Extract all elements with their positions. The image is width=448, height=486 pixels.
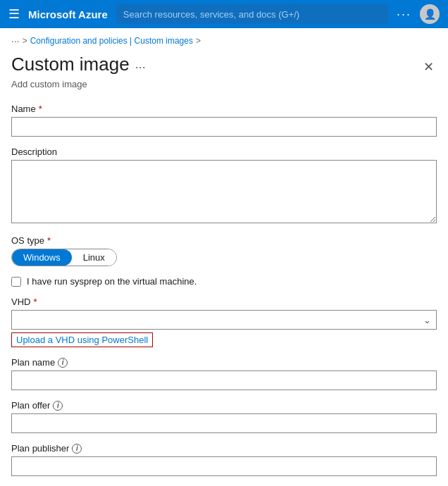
- os-type-field: OS type * Windows Linux: [11, 235, 437, 266]
- plan-offer-input[interactable]: [11, 413, 437, 433]
- upload-vhd-link[interactable]: Upload a VHD using PowerShell: [11, 332, 153, 347]
- plan-publisher-input[interactable]: [11, 456, 437, 476]
- form-area: Name * Description OS type * Windows Lin…: [0, 98, 448, 486]
- plan-name-label: Plan name i: [11, 357, 437, 368]
- sysprep-row: I have run sysprep on the virtual machin…: [11, 276, 437, 287]
- os-linux-button[interactable]: Linux: [72, 249, 116, 266]
- name-input[interactable]: [11, 117, 437, 137]
- plan-publisher-field: Plan publisher i: [11, 443, 437, 476]
- os-type-toggle: Windows Linux: [11, 249, 117, 266]
- os-windows-button[interactable]: Windows: [12, 249, 72, 266]
- name-field: Name *: [11, 104, 437, 137]
- nav-dots-icon[interactable]: ···: [397, 7, 411, 22]
- os-type-label: OS type *: [11, 235, 437, 246]
- plan-publisher-info-icon[interactable]: i: [72, 444, 82, 454]
- plan-offer-info-icon[interactable]: i: [53, 401, 63, 411]
- breadcrumb-config-link[interactable]: Configuration and policies | Custom imag…: [30, 36, 193, 46]
- page-title: Custom image: [11, 54, 130, 75]
- sysprep-label: I have run sysprep on the virtual machin…: [27, 276, 197, 287]
- breadcrumb-dots[interactable]: ···: [11, 35, 20, 46]
- breadcrumb: ··· > Configuration and policies | Custo…: [0, 28, 448, 51]
- close-button[interactable]: ✕: [421, 56, 437, 77]
- vhd-select-wrapper: ⌄: [11, 310, 437, 330]
- page-subtitle: Add custom image: [0, 77, 448, 98]
- sysprep-checkbox[interactable]: [11, 277, 21, 287]
- content-area: ··· > Configuration and policies | Custo…: [0, 28, 448, 486]
- description-input[interactable]: [11, 160, 437, 223]
- description-label: Description: [11, 147, 437, 157]
- avatar[interactable]: 👤: [420, 4, 440, 24]
- search-input[interactable]: [116, 4, 388, 24]
- plan-name-field: Plan name i: [11, 357, 437, 390]
- description-field: Description: [11, 147, 437, 225]
- breadcrumb-sep1: >: [23, 36, 27, 46]
- plan-publisher-label: Plan publisher i: [11, 443, 437, 454]
- name-label: Name *: [11, 104, 437, 114]
- vhd-select[interactable]: [11, 310, 437, 330]
- plan-offer-field: Plan offer i: [11, 400, 437, 433]
- page-title-area: Custom image ···: [11, 54, 146, 75]
- page-header: Custom image ··· ✕: [0, 51, 448, 77]
- vhd-required-star: *: [33, 297, 37, 307]
- os-type-required-star: *: [47, 235, 51, 246]
- breadcrumb-sep2: >: [196, 36, 201, 46]
- hamburger-icon[interactable]: ☰: [8, 6, 20, 22]
- plan-name-info-icon[interactable]: i: [58, 358, 68, 368]
- name-required-star: *: [39, 104, 42, 114]
- azure-brand: Microsoft Azure: [28, 8, 108, 20]
- page-header-dots-icon[interactable]: ···: [135, 60, 146, 75]
- vhd-field: VHD * ⌄ Upload a VHD using PowerShell: [11, 297, 437, 347]
- plan-offer-label: Plan offer i: [11, 400, 437, 411]
- nav-bar: ☰ Microsoft Azure ··· 👤: [0, 0, 448, 28]
- plan-name-input[interactable]: [11, 370, 437, 390]
- vhd-label: VHD *: [11, 297, 437, 307]
